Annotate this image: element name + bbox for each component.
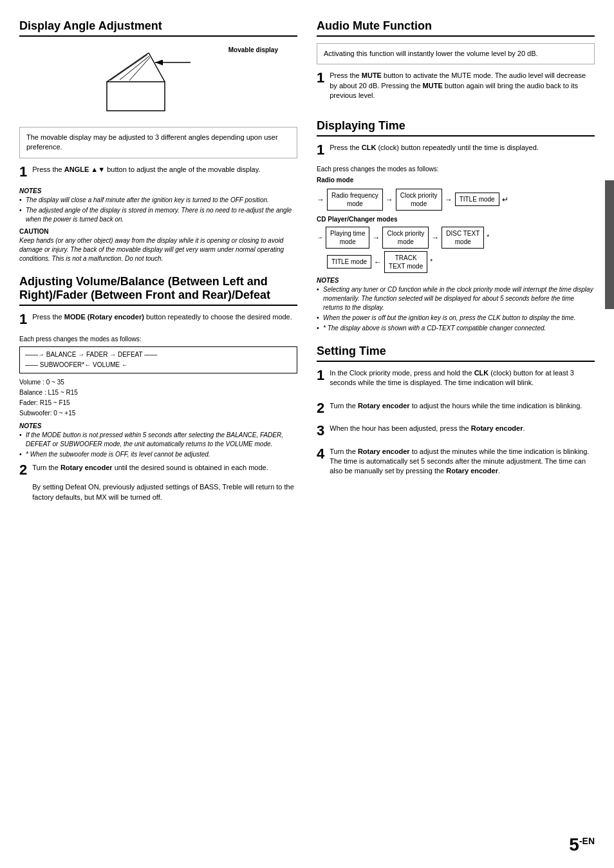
cd-mode-label: CD Player/Changer modes	[317, 216, 595, 223]
note-item: The display will close a half minute aft…	[19, 196, 297, 205]
step1-content: Press the ANGLE ▲▼ button to adjust the …	[32, 165, 297, 175]
setting-time-title: Setting Time	[317, 344, 595, 362]
radio-freq-box: Radio frequencymode	[327, 189, 383, 211]
playing-time-box: Playing timemode	[326, 227, 369, 249]
mstep1-content: Press the MUTE button to activate the MU…	[330, 71, 595, 100]
volume-step1: 1 Press the MODE (Rotary encoder) button…	[19, 312, 297, 328]
notes-label-1: NOTES	[19, 187, 297, 194]
cd-flow-row2: TITLE mode ← TRACKTEXT mode *	[317, 251, 595, 273]
title-mode-box: TITLE mode	[455, 193, 499, 206]
page-layout: Display Angle Adjustment Movable display	[19, 19, 595, 520]
left-column: Display Angle Adjustment Movable display	[19, 19, 297, 520]
step-number-s4: 4	[317, 447, 324, 461]
caution-text: Keep hands (or any other object) away fr…	[19, 236, 297, 263]
asterisk2: *	[430, 258, 433, 265]
svg-line-2	[149, 53, 165, 82]
step-number-1: 1	[19, 165, 27, 179]
cd-arrow2: →	[431, 233, 439, 242]
sstep1-content: In the Clock priority mode, press and ho…	[330, 368, 595, 388]
cd-clock-priority-box: Clock prioritymode	[382, 227, 429, 249]
cd-arrow1: →	[372, 233, 380, 242]
section-display-angle: Display Angle Adjustment Movable display	[19, 19, 297, 263]
mute-bold1: MUTE	[362, 71, 382, 79]
section-volume-balance: Adjusting Volume/Balance (Between Left a…	[19, 275, 297, 509]
svg-line-1	[107, 53, 149, 82]
time-step1: 1 Press the CLK (clock) button repeatedl…	[317, 143, 595, 159]
set-step3: 3 When the hour has been adjusted, press…	[317, 424, 595, 440]
mute-bold2: MUTE	[423, 82, 443, 90]
notes-label-t: NOTES	[317, 277, 595, 284]
clock-priority-box: Clock prioritymode	[396, 189, 442, 211]
section-audio-mute: Audio Mute Function Activating this func…	[317, 19, 595, 108]
mode-bold: MODE (Rotary encoder)	[64, 313, 144, 321]
step-number-m1: 1	[317, 71, 324, 85]
step-number-s1: 1	[317, 368, 324, 382]
volume-info: Volume : 0 ~ 35 Balance : L15 ~ R15 Fade…	[19, 377, 297, 419]
display-angle-step1: 1 Press the ANGLE ▲▼ button to adjust th…	[19, 165, 297, 181]
display-angle-info: The movable display may be adjusted to 3…	[19, 127, 297, 158]
flow-arrow-start: →	[317, 195, 324, 204]
asterisk1: *	[487, 234, 489, 241]
notes-list-t: Selecting any tuner or CD function while…	[317, 285, 595, 333]
set-step4: 4 Turn the Rotary encoder to adjust the …	[317, 447, 595, 483]
radio-mode-label: Radio mode	[317, 176, 595, 184]
page-number: 5-EN	[569, 835, 595, 855]
angle-bold: ANGLE ▲▼	[64, 165, 105, 173]
display-angle-diagram: Movable display	[19, 43, 297, 120]
rotary-bold-s4b: Rotary encoder	[446, 467, 498, 475]
step-number-s3: 3	[317, 424, 324, 438]
svg-rect-0	[107, 82, 165, 111]
note-item: * When the subwoofer mode is OFF, its le…	[19, 450, 297, 459]
display-angle-svg	[88, 43, 229, 120]
defeat-text: By setting Defeat ON, previously adjuste…	[32, 483, 294, 500]
flow-line1: ——→ BALANCE → FADER → DEFEAT ——	[25, 350, 292, 360]
bal-line: Balance : L15 ~ R15	[19, 388, 297, 398]
set-step2: 2 Turn the Rotary encoder to adjust the …	[317, 401, 595, 417]
cd-flow-container: → Playing timemode → Clock prioritymode …	[317, 227, 595, 273]
notes-list-v: If the MODE button is not pressed within…	[19, 431, 297, 459]
notes-list-1: The display will close a half minute aft…	[19, 196, 297, 224]
note-item: * The display above is shown with a CD-T…	[317, 324, 595, 333]
page-num-digit: 5	[569, 835, 579, 854]
notes-label-v: NOTES	[19, 422, 297, 429]
sstep2-content: Turn the Rotary encoder to adjust the ho…	[330, 401, 595, 411]
track-text-box: TRACKTEXT mode	[384, 251, 427, 273]
page-suffix: -EN	[579, 836, 595, 846]
rotary-bold-s3: Rotary encoder	[471, 424, 523, 432]
rotary-bold-s2: Rotary encoder	[358, 402, 410, 410]
vstep2-content: Turn the Rotary encoder until the desire…	[32, 463, 297, 503]
mute-step1: 1 Press the MUTE button to activate the …	[317, 71, 595, 107]
sstep4-content: Turn the Rotary encoder to adjust the mi…	[330, 447, 595, 476]
step-number-t1: 1	[317, 143, 324, 157]
step-number-v2: 2	[19, 463, 27, 477]
each-press-time: Each press changes the modes as follows:	[317, 165, 595, 173]
title-mode-box2: TITLE mode	[327, 255, 371, 269]
mode-flow-box: ——→ BALANCE → FADER → DEFEAT —— —— SUBWO…	[19, 346, 297, 373]
set-step1: 1 In the Clock priority mode, press and …	[317, 368, 595, 395]
cd-flow-row1: → Playing timemode → Clock prioritymode …	[317, 227, 595, 249]
cd-arrow3: ←	[374, 258, 382, 267]
note-item: When the power is off but the ignition k…	[317, 314, 595, 323]
note-item: Selecting any tuner or CD function while…	[317, 285, 595, 312]
arrow3: ↵	[502, 195, 508, 204]
displaying-time-title: Displaying Time	[317, 119, 595, 137]
svg-line-5	[129, 57, 150, 80]
note-item: If the MODE button is not pressed within…	[19, 431, 297, 449]
tstep1-content: Press the CLK (clock) button repeatedly …	[330, 143, 595, 153]
clk-bold2: CLK	[474, 369, 489, 377]
clk-bold: CLK	[362, 144, 377, 151]
disc-text-box: DISC TEXTmode	[442, 227, 484, 249]
note-item: The adjusted angle of the display is sto…	[19, 206, 297, 224]
step-number-s2: 2	[317, 401, 324, 415]
each-press-text: Each press changes the modes as follows:	[19, 335, 297, 343]
sstep3-content: When the hour has been adjusted, press t…	[330, 424, 595, 433]
svg-line-4	[120, 56, 149, 80]
arrow1: →	[386, 195, 393, 204]
mute-info-box: Activating this function will instantly …	[317, 43, 595, 64]
movable-display-label: Movable display	[228, 46, 278, 53]
rotary-bold-s4a: Rotary encoder	[358, 448, 410, 455]
vstep1-content: Press the MODE (Rotary encoder) button r…	[32, 312, 297, 322]
volume-balance-title: Adjusting Volume/Balance (Between Left a…	[19, 275, 297, 306]
section-displaying-time: Displaying Time 1 Press the CLK (clock) …	[317, 119, 595, 333]
caution-label: CAUTION	[19, 228, 297, 235]
